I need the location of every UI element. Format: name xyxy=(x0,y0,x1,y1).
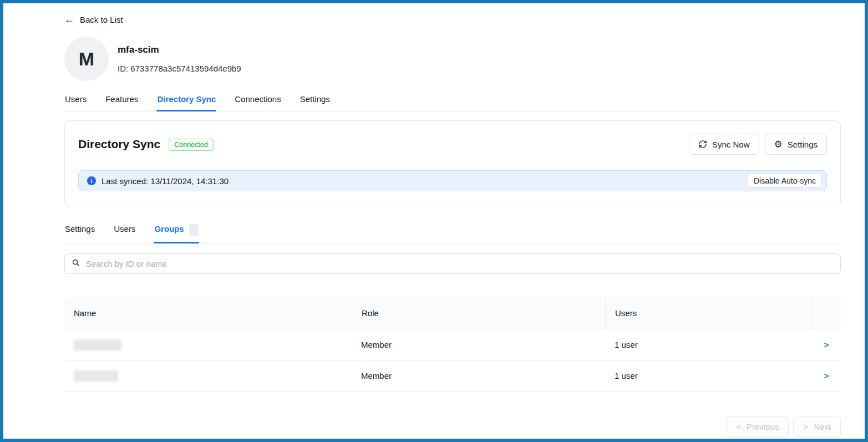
profile-meta: mfa-scim ID: 6733778a3c57413594d4e9b9 xyxy=(118,44,241,73)
tab-users[interactable]: Users xyxy=(64,94,87,111)
card-actions: Sync Now ⚙ Settings xyxy=(689,134,827,155)
redacted-group-name xyxy=(74,370,118,382)
subtab-groups[interactable]: Groups xyxy=(154,224,199,243)
last-synced-text: Last synced: 13/11/2024, 14:31:30 xyxy=(101,176,229,186)
directory-sync-card: Directory Sync Connected Sync Now xyxy=(64,120,841,206)
group-role-cell: Member xyxy=(352,360,605,391)
avatar: M xyxy=(64,37,109,81)
row-open-cell[interactable]: > xyxy=(812,329,841,360)
row-open-cell[interactable]: > xyxy=(812,360,841,391)
table-row[interactable]: Member 1 user > xyxy=(64,329,841,360)
table-header-row: Name Role Users xyxy=(64,297,841,329)
gear-icon: ⚙ xyxy=(774,140,783,149)
app-window: ← Back to List M mfa-scim ID: 6733778a3c… xyxy=(0,0,868,442)
settings-label: Settings xyxy=(788,140,818,149)
tab-directory-sync[interactable]: Directory Sync xyxy=(156,94,216,111)
next-page-button[interactable]: > Next xyxy=(793,416,841,437)
subtab-settings[interactable]: Settings xyxy=(64,224,95,243)
group-users-cell: 1 user xyxy=(605,360,812,391)
group-name-cell xyxy=(64,360,352,391)
groups-table: Name Role Users Member 1 user > Member 1… xyxy=(64,297,841,392)
chevron-right-icon[interactable]: > xyxy=(824,340,829,349)
column-header-name: Name xyxy=(64,297,352,329)
sync-now-button[interactable]: Sync Now xyxy=(689,134,759,155)
card-title: Directory Sync xyxy=(78,138,160,151)
next-label: Next xyxy=(814,422,831,431)
sync-settings-button[interactable]: ⚙ Settings xyxy=(765,134,827,155)
subtab-groups-label: Groups xyxy=(154,224,184,233)
subtab-users[interactable]: Users xyxy=(113,224,136,243)
status-badge: Connected xyxy=(169,139,213,151)
column-header-actions xyxy=(812,297,841,329)
chevron-right-icon[interactable]: > xyxy=(824,371,829,380)
back-to-list-link[interactable]: ← Back to List xyxy=(64,14,123,24)
back-arrow-icon: ← xyxy=(64,14,74,24)
page-content: ← Back to List M mfa-scim ID: 6733778a3c… xyxy=(64,3,841,437)
sub-tab-bar: Settings Users Groups xyxy=(64,224,841,243)
redacted-group-name xyxy=(74,339,121,350)
groups-count-badge-redacted xyxy=(189,224,199,236)
previous-page-button[interactable]: < Previous xyxy=(726,416,789,437)
column-header-users: Users xyxy=(605,297,812,329)
sync-icon xyxy=(698,140,707,149)
back-link-label: Back to List xyxy=(80,15,123,24)
group-name-cell xyxy=(64,329,352,360)
table-row[interactable]: Member 1 user > xyxy=(64,360,841,391)
last-synced-banner: i Last synced: 13/11/2024, 14:31:30 Disa… xyxy=(78,170,827,191)
app-id-value: ID: 6733778a3c57413594d4e9b9 xyxy=(118,64,241,73)
card-title-group: Directory Sync Connected xyxy=(78,138,214,151)
main-tab-bar: Users Features Directory Sync Connection… xyxy=(64,94,841,111)
chevron-right-icon: > xyxy=(803,422,808,431)
search-input[interactable] xyxy=(85,258,834,269)
chevron-left-icon: < xyxy=(736,422,741,431)
search-icon xyxy=(72,258,80,269)
sync-now-label: Sync Now xyxy=(712,140,750,149)
tab-connections[interactable]: Connections xyxy=(234,94,281,111)
search-bar[interactable] xyxy=(64,253,841,274)
disable-autosync-button[interactable]: Disable Auto-sync xyxy=(748,174,822,188)
tab-settings[interactable]: Settings xyxy=(300,94,331,111)
tab-features[interactable]: Features xyxy=(105,94,139,111)
previous-label: Previous xyxy=(747,422,779,431)
info-icon: i xyxy=(87,176,96,185)
group-users-cell: 1 user xyxy=(605,329,812,360)
app-profile-header: M mfa-scim ID: 6733778a3c57413594d4e9b9 xyxy=(64,37,841,81)
group-role-cell: Member xyxy=(352,329,605,360)
page-title: mfa-scim xyxy=(118,44,241,55)
column-header-role: Role xyxy=(352,297,605,329)
card-header: Directory Sync Connected Sync Now xyxy=(65,121,840,155)
pagination: < Previous > Next xyxy=(64,416,841,437)
